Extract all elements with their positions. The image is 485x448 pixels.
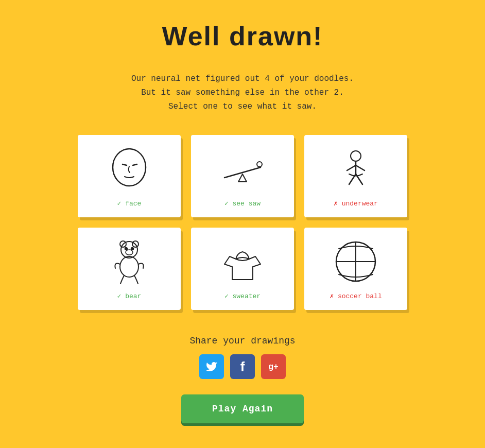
card-sweater-label: ✓ sweater <box>224 292 261 300</box>
subtitle-line3: Select one to see what it saw. <box>131 100 354 114</box>
subtitle-line2: But it saw something else in the other 2… <box>131 86 354 100</box>
card-see-saw-label: ✓ see saw <box>224 199 261 208</box>
share-title: Share your drawings <box>189 336 295 346</box>
svg-point-16 <box>131 248 133 250</box>
card-bear[interactable]: ✓ bear <box>78 228 181 310</box>
card-soccer-ball-label: ✗ soccer ball <box>330 292 382 300</box>
svg-point-6 <box>351 151 361 161</box>
svg-point-18 <box>120 256 138 277</box>
facebook-share-button[interactable]: f <box>230 354 255 379</box>
share-section: Share your drawings f g+ <box>189 336 295 379</box>
card-see-saw[interactable]: ✓ see saw <box>191 135 294 217</box>
card-bear-label: ✓ bear <box>117 292 142 300</box>
card-sweater[interactable]: ✓ sweater <box>191 228 294 310</box>
svg-point-15 <box>125 248 127 250</box>
card-underwear[interactable]: ✗ underwear <box>304 135 407 217</box>
subtitle: Our neural net figured out 4 of your doo… <box>131 72 354 114</box>
svg-line-9 <box>356 165 365 170</box>
svg-point-5 <box>257 162 262 167</box>
card-face-label: ✓ face <box>117 199 142 208</box>
svg-point-17 <box>126 250 133 255</box>
svg-line-4 <box>224 167 261 178</box>
subtitle-line1: Our neural net figured out 4 of your doo… <box>131 72 354 86</box>
svg-line-8 <box>347 165 356 170</box>
twitter-share-button[interactable] <box>199 354 224 379</box>
google-share-button[interactable]: g+ <box>261 354 286 379</box>
card-soccer-ball[interactable]: ✗ soccer ball <box>304 228 407 310</box>
page-title: Well drawn! <box>162 21 323 51</box>
svg-line-1 <box>123 164 127 165</box>
share-buttons: f g+ <box>199 354 286 379</box>
card-face[interactable]: ✓ face <box>78 135 181 217</box>
card-underwear-label: ✗ underwear <box>334 199 378 208</box>
doodle-grid: ✓ face ✓ see saw ✗ underwe <box>78 135 407 310</box>
play-again-button[interactable]: Play Again <box>181 394 304 423</box>
svg-line-2 <box>133 164 137 165</box>
svg-marker-3 <box>238 174 247 182</box>
